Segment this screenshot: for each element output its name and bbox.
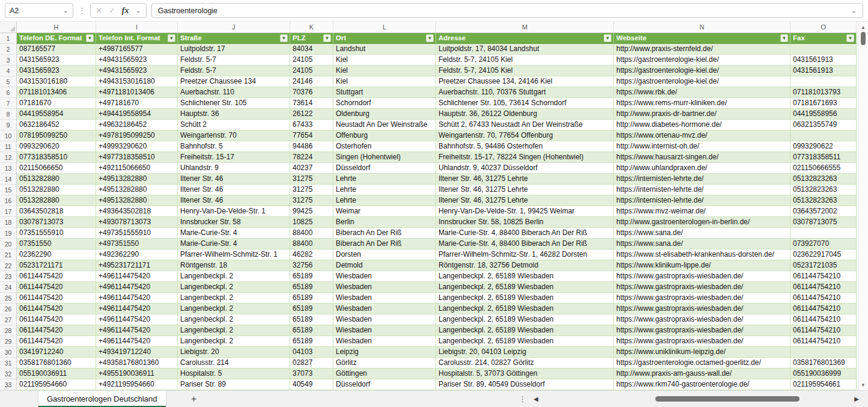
cell[interactable]: [791, 76, 857, 87]
cell[interactable]: https://internisten-lehrte.de/: [614, 174, 791, 185]
cell[interactable]: https://gastroenterologie-kiel.de/: [614, 55, 791, 66]
cell[interactable]: Langenbeckpl. 2, 65189 Wiesbaden: [436, 304, 614, 314]
cell[interactable]: 03078713073: [17, 217, 96, 228]
cell[interactable]: https://www.sana.de/: [614, 228, 791, 239]
cell[interactable]: http://www.gastroenterologen-in-berlin.d…: [614, 217, 791, 228]
cell[interactable]: 24105: [290, 66, 333, 76]
cell[interactable]: Lehrte: [333, 174, 436, 185]
cell[interactable]: https://internisten-lehrte.de/: [614, 195, 791, 206]
cell[interactable]: 07181671693: [791, 98, 857, 109]
cell[interactable]: 07181670: [17, 98, 96, 109]
chevron-down-icon[interactable]: ⌄: [135, 7, 141, 14]
cell[interactable]: Weingartenstr. 70: [178, 130, 290, 141]
scroll-left-icon[interactable]: ◀: [529, 396, 542, 402]
cell[interactable]: 06114475420: [17, 293, 96, 304]
cell[interactable]: Lehrte: [333, 185, 436, 195]
column-letter-h[interactable]: H: [17, 22, 96, 33]
cell[interactable]: 05231721171: [17, 260, 96, 271]
cell[interactable]: https://www.gastropraxis-wiesbaden.de/: [614, 325, 791, 336]
cell[interactable]: https://www.klinikum-lippe.de/: [614, 260, 791, 271]
cell[interactable]: Luitpoldstr. 17, 84034 Landshut: [436, 44, 614, 55]
cell[interactable]: [791, 44, 857, 55]
cell[interactable]: 061144754210: [791, 336, 857, 347]
cell[interactable]: 061144754210: [791, 293, 857, 304]
add-sheet-button[interactable]: +: [166, 391, 222, 407]
cell[interactable]: https://www.mvz-weimar.de/: [614, 206, 791, 217]
cell[interactable]: Hospitalstr. 5, 37073 Göttingen: [436, 369, 614, 379]
insert-function-icon[interactable]: fx: [122, 7, 129, 15]
cell[interactable]: +492362290: [96, 249, 178, 260]
column-header-telefon-int-format[interactable]: Telefon Int. Format ▼: [96, 33, 178, 44]
cell[interactable]: https://www.uniklinikum-leipzig.de/: [614, 347, 791, 358]
row-number[interactable]: 11: [0, 141, 17, 152]
cell[interactable]: Henry-Van-De-Velde-Str. 1, 99425 Weimar: [436, 206, 614, 217]
cell[interactable]: 94486: [290, 141, 333, 152]
cell[interactable]: Langenbeckpl. 2: [178, 293, 290, 304]
cell[interactable]: +49431565923: [96, 55, 178, 66]
horizontal-scrollbar-thumb[interactable]: [655, 396, 800, 402]
cell[interactable]: Stuttgart: [333, 87, 436, 98]
cell[interactable]: Schorndorf: [333, 98, 436, 109]
cell[interactable]: Marie-Curie-Str. 4, 88400 Biberach An De…: [436, 228, 614, 239]
cell[interactable]: Dorsten: [333, 249, 436, 260]
cell[interactable]: +49358176801360: [96, 358, 178, 369]
cell[interactable]: http://www.praxis-am-gauss-wall.de/: [614, 369, 791, 379]
row-number[interactable]: 3: [0, 55, 17, 66]
cell[interactable]: 46282: [290, 249, 333, 260]
cell[interactable]: +49513282880: [96, 195, 178, 206]
cell[interactable]: 04419558954: [17, 109, 96, 120]
cell[interactable]: 0513282880: [17, 174, 96, 185]
column-letter-j[interactable]: J: [178, 22, 290, 33]
cell[interactable]: 061144754210: [791, 282, 857, 293]
cell[interactable]: Kiel: [333, 55, 436, 66]
cell[interactable]: 0993290620: [17, 141, 96, 152]
row-number[interactable]: 23: [0, 271, 17, 282]
cell[interactable]: 65189: [290, 293, 333, 304]
cell[interactable]: 65189: [290, 282, 333, 293]
cell[interactable]: 31275: [290, 185, 333, 195]
row-number[interactable]: 16: [0, 195, 17, 206]
cell[interactable]: Uhlandstr. 9: [178, 163, 290, 174]
cell[interactable]: 02827: [290, 358, 333, 369]
cell[interactable]: Pfarrer-Wilhelm-Schmitz-Str. 1, 46282 Do…: [436, 249, 614, 260]
column-header-plz[interactable]: PLZ ▼: [290, 33, 333, 44]
cell[interactable]: +492115066650: [96, 163, 178, 174]
cell[interactable]: 32756: [290, 260, 333, 271]
cell[interactable]: Biberach An Der Riß: [333, 228, 436, 239]
cell[interactable]: 04103: [290, 347, 333, 358]
cell[interactable]: Röntgenstr. 18: [178, 260, 290, 271]
cell[interactable]: +494419558954: [96, 109, 178, 120]
cell[interactable]: Marie-Curie-Str. 4, 88400 Biberach An De…: [436, 239, 614, 249]
cell[interactable]: Wiesbaden: [333, 304, 436, 314]
cell[interactable]: +4955190036911: [96, 369, 178, 379]
cell[interactable]: +49513282880: [96, 174, 178, 185]
cell[interactable]: Auerbachstr. 110: [178, 87, 290, 98]
cell[interactable]: 0431561913: [791, 55, 857, 66]
cell[interactable]: Singen (Hohentwiel): [333, 152, 436, 163]
cell[interactable]: Feldstr. 5-7: [178, 55, 290, 66]
cell[interactable]: Wiesbaden: [333, 325, 436, 336]
cell[interactable]: +493643502818: [96, 206, 178, 217]
scroll-up-icon[interactable]: ▲: [858, 23, 868, 31]
scroll-right-icon[interactable]: ▶: [850, 396, 863, 402]
sheet-tab-gastroenterologen-deutschland[interactable]: Gastroenterologen Deutschland: [38, 391, 166, 407]
row-number[interactable]: 9: [0, 120, 17, 130]
cell[interactable]: Iltener Str. 46, 31275 Lehrte: [436, 195, 614, 206]
cell[interactable]: +496114475420: [96, 304, 178, 314]
cell[interactable]: 055190036999: [791, 369, 857, 379]
cell[interactable]: +493419712240: [96, 347, 178, 358]
cell[interactable]: Luitpoldstr. 17: [178, 44, 290, 55]
cell[interactable]: [791, 130, 857, 141]
cell[interactable]: 04419558956: [791, 109, 857, 120]
cell[interactable]: Wiesbaden: [333, 314, 436, 325]
cell[interactable]: Carolusstr. 214, 02827 Görlitz: [436, 358, 614, 369]
row-number[interactable]: 15: [0, 185, 17, 195]
cell[interactable]: 05132823263: [791, 174, 857, 185]
cell[interactable]: Henry-Van-De-Velde-Str. 1: [178, 206, 290, 217]
cell[interactable]: 061144754210: [791, 304, 857, 314]
row-number[interactable]: 28: [0, 325, 17, 336]
row-number[interactable]: 19: [0, 228, 17, 239]
cell[interactable]: Wiesbaden: [333, 336, 436, 347]
column-header-adresse[interactable]: Adresse ▼: [436, 33, 614, 44]
cell[interactable]: Pfarrer-Wilhelm-Schmitz-Str. 1: [178, 249, 290, 260]
